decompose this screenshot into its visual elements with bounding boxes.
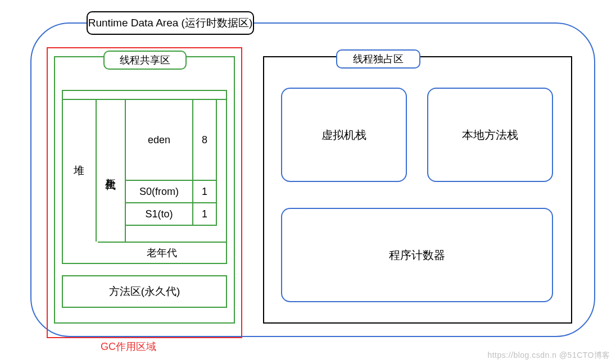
watermark-text: https://blog.csdn.n @51CTO博客 — [487, 351, 610, 361]
young-generation-label: 新生代 — [97, 100, 126, 242]
method-area-box: 方法区(永久代) — [62, 275, 227, 308]
thread-shared-area-title: 线程共享区 — [103, 51, 187, 70]
vm-stack-box: 虚拟机栈 — [281, 88, 407, 182]
gc-region-label: GC作用区域 — [98, 340, 158, 353]
native-method-stack-box: 本地方法栈 — [427, 88, 553, 182]
s1-cell: S1(to) — [126, 203, 193, 226]
s0-cell: S0(from) — [126, 181, 193, 203]
old-generation-cell: 老年代 — [98, 242, 226, 263]
thread-private-area-title: 线程独占区 — [336, 49, 420, 69]
program-counter-box: 程序计数器 — [281, 208, 553, 302]
eden-ratio-cell: 8 — [193, 100, 217, 181]
s1-ratio-cell: 1 — [193, 203, 217, 226]
runtime-data-area-title: Runtime Data Area (运行时数据区) — [87, 11, 254, 35]
eden-cell: eden — [126, 100, 193, 181]
heap-label: 堆 — [62, 100, 97, 242]
s0-ratio-cell: 1 — [193, 181, 217, 203]
